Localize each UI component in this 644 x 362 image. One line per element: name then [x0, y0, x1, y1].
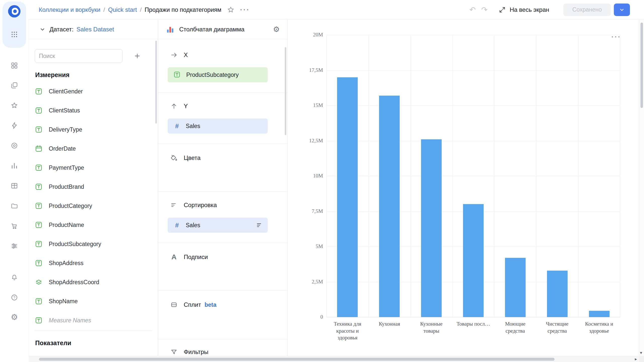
datalens-logo-icon[interactable]: [7, 4, 21, 18]
section-y-label: Y: [184, 103, 188, 110]
gridline: [452, 35, 453, 317]
vertical-scrollbar[interactable]: ▾: [639, 20, 644, 356]
redo-icon[interactable]: ↷: [481, 6, 488, 14]
paint-bucket-icon: [170, 154, 178, 162]
storage-folder-icon[interactable]: [9, 200, 20, 211]
field-name: DeliveryType: [49, 126, 82, 133]
bar-4[interactable]: [505, 258, 526, 317]
horizontal-scrollbar-thumb[interactable]: [39, 358, 555, 361]
dataset-name-link[interactable]: Sales Dataset: [76, 26, 114, 33]
field-item[interactable]: Measure Names: [29, 311, 158, 330]
quick-actions-bolt-icon[interactable]: [9, 120, 20, 131]
y-axis-tick: 2,5M: [312, 279, 323, 285]
chart-type-header: Столбчатая диаграмма ⚙: [158, 20, 287, 39]
vertical-scrollbar-thumb[interactable]: [640, 23, 643, 108]
field-item[interactable]: PaymentType: [29, 158, 158, 177]
divider: [35, 331, 152, 331]
scopes-target-icon[interactable]: [9, 140, 20, 151]
section-filters-label: Фильтры: [184, 348, 208, 355]
scroll-down-arrow-icon[interactable]: ▾: [640, 350, 642, 355]
text-field-icon: [35, 240, 43, 248]
add-field-plus-icon[interactable]: [130, 49, 144, 63]
x-axis-label: Чистящие средства: [536, 321, 578, 341]
bar-6[interactable]: [589, 311, 610, 317]
fullscreen-expand-icon[interactable]: [499, 6, 506, 13]
tables-icon[interactable]: [9, 180, 20, 191]
settings-gear-icon[interactable]: ⚙: [9, 312, 20, 323]
field-name: ProductCategory: [49, 203, 92, 209]
date-field-icon: [35, 145, 43, 153]
y-axis-arrow-icon: [170, 102, 178, 110]
dataset-header: Датасет: Sales Dataset: [29, 20, 158, 39]
sort-field-pill[interactable]: # Sales: [168, 218, 268, 233]
y-axis-tick: 17,5M: [309, 67, 323, 73]
bar-chart-type-icon[interactable]: [166, 25, 175, 34]
field-item[interactable]: ProductName: [29, 215, 158, 234]
collapse-dataset-chevron-icon[interactable]: [37, 24, 48, 34]
search-input[interactable]: [35, 49, 123, 63]
divider: [158, 144, 287, 144]
visualization-panel: Столбчатая диаграмма ⚙ X ProductSubcateg…: [158, 20, 288, 356]
gridline: [494, 35, 494, 317]
field-item[interactable]: ClientGender: [29, 82, 158, 101]
y-field-pill[interactable]: # Sales: [168, 118, 268, 134]
y-field-name: Sales: [186, 123, 200, 130]
breadcrumb-workbook-link[interactable]: Quick start: [108, 6, 137, 13]
favorite-star-icon[interactable]: [227, 6, 235, 14]
breadcrumb-collections-link[interactable]: Коллекции и воркбуки: [39, 6, 100, 13]
field-item[interactable]: ProductCategory: [29, 196, 158, 215]
wizard-panel-scrollbar[interactable]: [285, 47, 286, 135]
horizontal-scrollbar[interactable]: ▸: [29, 356, 639, 362]
field-item[interactable]: DeliveryType: [29, 120, 158, 139]
field-item[interactable]: ShopAddressCoord: [29, 273, 158, 292]
apps-grid-icon[interactable]: [9, 29, 20, 40]
collections-icon[interactable]: [9, 80, 20, 91]
dataset-panel-scrollbar[interactable]: [155, 41, 157, 124]
text-field-icon: [173, 71, 181, 79]
text-field-icon: [35, 297, 43, 305]
more-actions-icon[interactable]: ···: [240, 6, 250, 14]
gridline: [327, 35, 327, 317]
geo-field-icon: [35, 278, 43, 286]
filter-funnel-icon: [170, 348, 178, 356]
undo-icon[interactable]: ↶: [469, 6, 476, 14]
y-axis-tick: 15M: [313, 102, 323, 108]
text-field-icon: [35, 87, 43, 95]
bar-1[interactable]: [379, 96, 400, 317]
save-dropdown-button[interactable]: [614, 4, 630, 16]
divider: [158, 290, 287, 291]
saved-button[interactable]: Сохранено: [563, 4, 611, 16]
field-name: ProductSubcategory: [49, 241, 101, 248]
bar-2[interactable]: [421, 139, 442, 317]
sort-order-icon[interactable]: [256, 222, 263, 228]
notifications-bell-icon[interactable]: [9, 272, 20, 283]
chart-settings-gear-icon[interactable]: ⚙: [273, 26, 280, 33]
field-name: PaymentType: [49, 164, 84, 171]
label-a-icon: A: [170, 253, 178, 261]
charts-icon[interactable]: [9, 160, 20, 171]
scroll-right-arrow-icon[interactable]: ▸: [635, 356, 637, 362]
measure-hash-icon: #: [173, 122, 181, 130]
bar-5[interactable]: [547, 271, 568, 317]
section-colors: Цвета: [158, 152, 201, 163]
divider: [158, 243, 287, 243]
dataset-panel: Датасет: Sales Dataset Измерения ClientG…: [29, 20, 158, 356]
field-item[interactable]: ProductBrand: [29, 177, 158, 196]
marketplace-cart-icon[interactable]: [9, 220, 20, 231]
y-axis-tick: 12,5M: [309, 138, 323, 144]
field-item[interactable]: ShopAddress: [29, 254, 158, 273]
y-axis: 20M17,5M15M12,5M10M7,5M5M2,5M0: [288, 20, 323, 356]
favorites-star-icon[interactable]: [9, 100, 20, 111]
field-item[interactable]: ClientStatus: [29, 101, 158, 120]
field-item[interactable]: OrderDate: [29, 139, 158, 158]
bar-3[interactable]: [463, 204, 484, 317]
dashboards-icon[interactable]: [9, 60, 20, 71]
field-item[interactable]: ProductSubcategory: [29, 234, 158, 254]
help-icon[interactable]: ?: [9, 292, 20, 303]
services-sliders-icon[interactable]: [9, 240, 20, 252]
bar-0[interactable]: [337, 77, 358, 317]
field-name: ShopAddress: [49, 260, 83, 267]
x-field-pill[interactable]: ProductSubcategory: [168, 67, 268, 82]
field-item[interactable]: ShopName: [29, 292, 158, 311]
gridline: [410, 35, 411, 317]
